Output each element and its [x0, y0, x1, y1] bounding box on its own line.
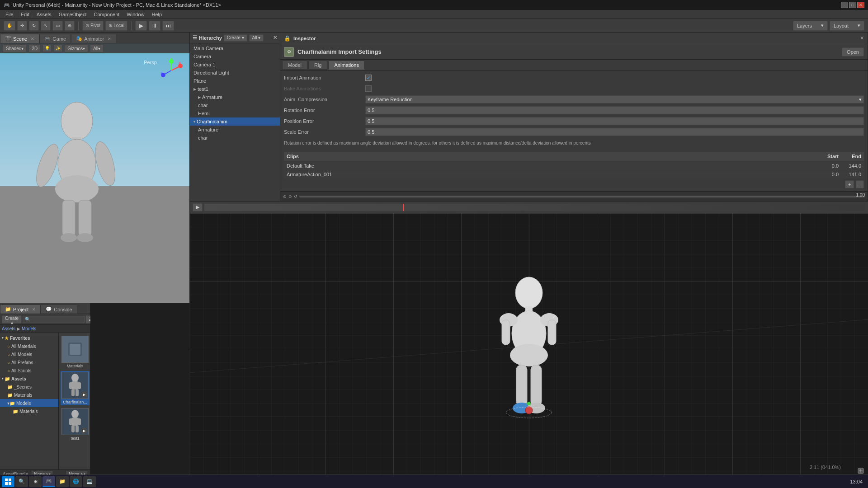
- all-scripts-item[interactable]: ○ All Scripts: [0, 366, 58, 375]
- charfinalanim-asset[interactable]: ▶ Charfinalan...: [61, 371, 90, 405]
- hier-armature2[interactable]: Armature: [190, 126, 280, 134]
- maximize-button[interactable]: □: [849, 2, 856, 8]
- inspector-close[interactable]: ✕: [860, 35, 864, 41]
- bake-animations-checkbox[interactable]: [365, 85, 372, 92]
- layers-dropdown[interactable]: Layers ▾: [793, 21, 828, 31]
- menu-edit[interactable]: Edit: [17, 11, 33, 18]
- add-clip-btn[interactable]: +: [845, 180, 854, 188]
- taskbar-unity[interactable]: 🎮: [42, 476, 55, 487]
- shading-arrow: ▾: [21, 46, 24, 51]
- clip-armature-action[interactable]: ArmatureAction_001 0.0 141.0: [284, 170, 864, 178]
- hier-test1[interactable]: ▶ test1: [190, 85, 280, 93]
- game-tab[interactable]: 🎮 Game: [39, 34, 71, 43]
- step-button[interactable]: ⏭: [162, 21, 174, 31]
- minimize-button[interactable]: _: [841, 2, 848, 8]
- close-button[interactable]: ✕: [857, 2, 864, 8]
- animator-tab[interactable]: 🎭 Animator ✕: [71, 34, 116, 43]
- breadcrumb-models[interactable]: Models: [22, 326, 36, 331]
- menu-component[interactable]: Component: [90, 11, 123, 18]
- all-prefabs-item[interactable]: ○ All Prefabs: [0, 358, 58, 366]
- hand-tool-button[interactable]: ✋: [4, 21, 15, 31]
- hier-camera1[interactable]: Camera 1: [190, 61, 280, 69]
- menu-window[interactable]: Window: [123, 11, 148, 18]
- models-item[interactable]: ▾ 📁 Models: [0, 399, 58, 407]
- timeline-scrubber[interactable]: 1.00: [299, 196, 865, 197]
- menu-file[interactable]: File: [2, 11, 17, 18]
- test1-asset-label: test1: [71, 436, 80, 441]
- hier-char2[interactable]: char: [190, 134, 280, 142]
- all-button[interactable]: All ▾: [90, 44, 104, 52]
- start-button[interactable]: [2, 476, 14, 487]
- all-models-item[interactable]: ○ All Models: [0, 350, 58, 358]
- materials-asset[interactable]: Materials: [61, 335, 90, 369]
- hierarchy-create-btn[interactable]: Create ▾: [224, 34, 247, 42]
- materials-item[interactable]: 📁 Materials: [0, 391, 58, 399]
- shading-dropdown[interactable]: Shaded ▾: [3, 44, 27, 52]
- taskbar-search[interactable]: 🔍: [15, 476, 28, 487]
- assets-item[interactable]: ▾ 📁 Assets: [0, 375, 58, 383]
- taskbar-explorer[interactable]: 📁: [56, 476, 69, 487]
- remove-clip-btn[interactable]: -: [856, 180, 864, 188]
- inspector-lock-icon[interactable]: 🔒: [284, 35, 291, 42]
- position-error-input[interactable]: [365, 117, 864, 125]
- pivot-button[interactable]: ⊙ Pivot: [82, 21, 104, 31]
- favorites-item[interactable]: ▾ ★ Favorites: [0, 334, 58, 342]
- scene-viewport[interactable]: Shaded ▾ 2D 💡 ✨ Gizmos ▾ All ▾: [0, 43, 189, 303]
- animations-tab[interactable]: Animations: [328, 61, 364, 70]
- project-tab-close[interactable]: ✕: [32, 307, 36, 312]
- scene-tab-close[interactable]: ✕: [31, 37, 34, 41]
- breadcrumb-assets[interactable]: Assets: [2, 326, 15, 331]
- pause-button[interactable]: ⏸: [149, 21, 160, 31]
- local-button[interactable]: ⊛ Local: [105, 21, 127, 31]
- clip-default-take[interactable]: Default Take 0.0 144.0: [284, 162, 864, 170]
- open-button[interactable]: Open: [842, 47, 864, 56]
- 2d-button[interactable]: 2D: [28, 44, 41, 52]
- project-search-input[interactable]: [23, 316, 85, 323]
- hier-charfinalanim[interactable]: ▾ Charfinalanim: [190, 117, 280, 126]
- menu-assets[interactable]: Assets: [33, 11, 55, 18]
- anim-play-button[interactable]: ▶: [193, 203, 203, 211]
- hier-directional-light[interactable]: Directional Light: [190, 69, 280, 77]
- model-tab[interactable]: Model: [282, 61, 307, 70]
- move-tool-button[interactable]: ✛: [17, 21, 27, 31]
- project-create-btn[interactable]: Create ▾: [2, 315, 22, 324]
- rotation-error-input[interactable]: [365, 106, 864, 114]
- fx-toggle[interactable]: ✨: [53, 45, 62, 52]
- taskbar-task-view[interactable]: ⊞: [29, 476, 42, 487]
- hier-hemi[interactable]: Hemi: [190, 109, 280, 117]
- hier-armature1[interactable]: ▶ Armature: [190, 93, 280, 101]
- gizmos-button[interactable]: Gizmos ▾: [64, 44, 88, 52]
- hier-camera[interactable]: Camera: [190, 52, 280, 61]
- import-animation-checkbox[interactable]: [365, 75, 372, 81]
- anim-timeline[interactable]: [204, 204, 865, 211]
- taskbar-chrome[interactable]: 🌐: [70, 476, 82, 487]
- anim-viewport[interactable]: 2:11 (041.0%): [190, 213, 868, 479]
- animator-tab-close[interactable]: ✕: [108, 37, 111, 41]
- test1-asset[interactable]: ▶ test1: [61, 407, 90, 441]
- hier-main-camera[interactable]: Main Camera: [190, 44, 280, 52]
- lighting-toggle[interactable]: 💡: [42, 45, 52, 52]
- play-button[interactable]: ▶: [135, 21, 147, 31]
- project-tab[interactable]: 📁 Project ✕: [0, 305, 41, 314]
- layout-dropdown[interactable]: Layout ▾: [830, 21, 864, 31]
- rig-tab[interactable]: Rig: [308, 61, 328, 70]
- menu-help[interactable]: Help: [148, 11, 165, 18]
- rect-tool-button[interactable]: ▭: [52, 21, 63, 31]
- hierarchy-close[interactable]: ✕: [273, 35, 277, 41]
- scene-tab[interactable]: 🎬 Scene ✕: [0, 34, 39, 43]
- transform-tool-button[interactable]: ⊕: [65, 21, 75, 31]
- pivot-icon: ⊙: [85, 23, 89, 28]
- anim-compression-dropdown[interactable]: Keyframe Reduction ▾: [365, 95, 864, 103]
- scale-tool-button[interactable]: ⤡: [41, 21, 51, 31]
- console-tab[interactable]: 💬 Console: [41, 305, 77, 314]
- rotate-tool-button[interactable]: ↻: [29, 21, 39, 31]
- all-materials-item[interactable]: ○ All Materials: [0, 342, 58, 350]
- scenes-item[interactable]: 📁 _Scenes: [0, 383, 58, 391]
- taskbar-code[interactable]: 💻: [83, 476, 96, 487]
- hierarchy-all-btn[interactable]: All ▾: [249, 34, 264, 42]
- hier-plane[interactable]: Plane: [190, 77, 280, 85]
- scale-error-input[interactable]: [365, 128, 864, 136]
- menu-gameobject[interactable]: GameObject: [55, 11, 90, 18]
- hier-char1[interactable]: char: [190, 101, 280, 109]
- models-materials-item[interactable]: 📁 Materials: [0, 407, 58, 415]
